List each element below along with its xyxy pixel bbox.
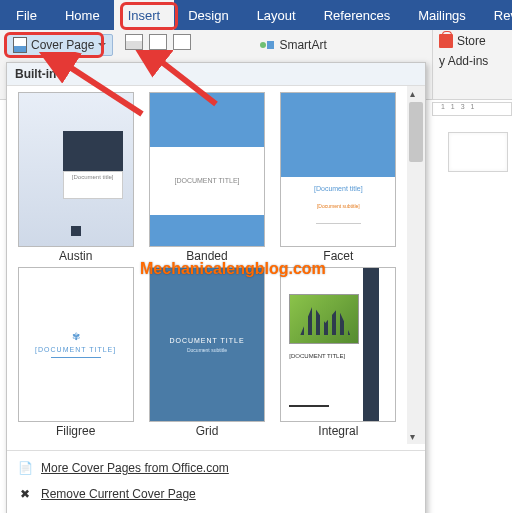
more-cover-pages-item[interactable]: 📄 More Cover Pages from Office.com [7, 455, 425, 481]
remove-cover-page-item[interactable]: ✖ Remove Current Cover Page [7, 481, 425, 507]
table-icon[interactable] [125, 34, 143, 50]
annotation-arrow-cover [32, 52, 162, 122]
thumb-text: [Document title] [63, 171, 123, 199]
tab-review[interactable]: Revie [480, 0, 512, 30]
tab-layout[interactable]: Layout [243, 0, 310, 30]
shapes-icon[interactable] [173, 34, 191, 50]
thumb-label-banded: Banded [144, 249, 269, 263]
svg-rect-1 [267, 41, 274, 49]
store-button[interactable]: Store [439, 34, 506, 48]
ornament-icon: ✾ [72, 331, 80, 342]
tab-mailings[interactable]: Mailings [404, 0, 480, 30]
save-selection-item: 💾 Save Selection to Cover Page Gallery… [7, 507, 425, 513]
tab-home[interactable]: Home [51, 0, 114, 30]
smartart-button[interactable]: SmartArt [255, 34, 330, 56]
thumb-label-grid: Grid [144, 424, 269, 438]
more-cover-pages-label: More Cover Pages from Office.com [41, 461, 229, 475]
remove-icon: ✖ [17, 486, 33, 502]
smartart-icon [259, 37, 275, 53]
thumb-label-austin: Austin [13, 249, 138, 263]
scroll-thumb[interactable] [409, 102, 423, 162]
cover-page-dropdown: Built-in [Document title] Austin [DOCUME… [6, 62, 426, 513]
dropdown-footer: 📄 More Cover Pages from Office.com ✖ Rem… [7, 450, 425, 513]
thumb-subtext: [Document subtitle] [281, 203, 395, 209]
cover-thumb-banded[interactable]: [DOCUMENT TITLE] [149, 92, 265, 247]
smartart-label: SmartArt [279, 38, 326, 52]
scrollbar[interactable] [407, 86, 425, 444]
thumb-label-facet: Facet [276, 249, 401, 263]
store-icon [439, 34, 453, 48]
my-addins-button[interactable]: y Add-ins [439, 54, 506, 68]
picture-icon[interactable] [149, 34, 167, 50]
thumb-subtext: Document subtitle [187, 347, 227, 353]
tab-design[interactable]: Design [174, 0, 242, 30]
cover-thumb-filigree[interactable]: ✾ [DOCUMENT TITLE] [18, 267, 134, 422]
addins-group: Store y Add-ins [432, 30, 512, 99]
ribbon-tabs: File Home Insert Design Layout Reference… [0, 0, 512, 30]
store-label: Store [457, 34, 486, 48]
thumb-text: [DOCUMENT TITLE] [289, 353, 345, 359]
thumb-text: DOCUMENT TITLE [169, 337, 244, 344]
remove-cover-page-label: Remove Current Cover Page [41, 487, 196, 501]
chevron-down-icon [98, 43, 106, 47]
cover-page-icon [13, 37, 27, 53]
tab-references[interactable]: References [310, 0, 404, 30]
thumb-text: [DOCUMENT TITLE] [35, 346, 116, 353]
thumb-label-filigree: Filigree [13, 424, 138, 438]
thumb-text: [Document title] [281, 185, 395, 192]
cover-page-label: Cover Page [31, 38, 94, 52]
ruler: 1 1 3 1 [432, 102, 512, 116]
document-page [448, 132, 508, 172]
thumb-text: [DOCUMENT TITLE] [150, 147, 264, 216]
tab-insert[interactable]: Insert [114, 0, 175, 30]
thumb-label-integral: Integral [276, 424, 401, 438]
cover-thumb-integral[interactable]: [DOCUMENT TITLE] [280, 267, 396, 422]
office-icon: 📄 [17, 460, 33, 476]
cover-thumb-grid[interactable]: DOCUMENT TITLE Document subtitle [149, 267, 265, 422]
tab-file[interactable]: File [2, 0, 51, 30]
svg-line-3 [62, 62, 142, 114]
svg-line-2 [154, 56, 216, 104]
cover-thumb-facet[interactable]: [Document title] [Document subtitle] [280, 92, 396, 247]
svg-point-0 [260, 42, 266, 48]
